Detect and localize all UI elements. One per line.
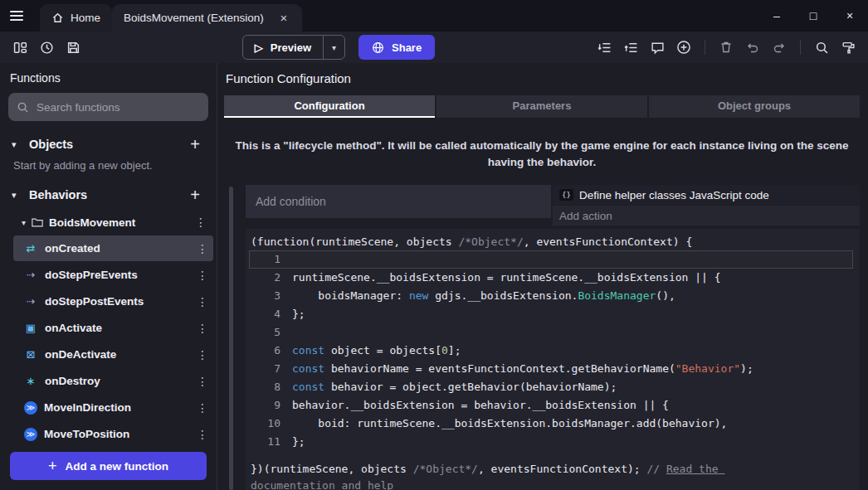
code-token: runtimeScene.__boidsExtension = runtimeS… xyxy=(292,271,721,284)
function-list-item[interactable]: ≫MoveInDirection⋮ xyxy=(13,395,213,420)
theme-brush-icon[interactable] xyxy=(836,36,860,59)
code-line[interactable]: 1 xyxy=(249,250,853,269)
code-line[interactable]: 10 boid: runtimeScene.__boidsExtension.b… xyxy=(249,415,853,433)
code-line[interactable]: 6const object = objects[0]; xyxy=(249,342,853,360)
item-menu-icon[interactable]: ⋮ xyxy=(195,242,210,255)
events-sheet: Add condition {} Define helper classes J… xyxy=(224,185,860,490)
objects-section-label: Objects xyxy=(29,138,178,151)
js-code-event-title: Define helper classes JavaScript code xyxy=(579,189,769,201)
behaviors-section-header[interactable]: ▾ Behaviors + xyxy=(0,180,217,210)
javascript-code-icon: {} xyxy=(559,189,573,201)
tab-object-groups[interactable]: Object groups xyxy=(649,95,860,118)
js-code-event-header[interactable]: {} Define helper classes JavaScript code xyxy=(553,185,860,205)
search-functions-box[interactable] xyxy=(8,93,208,121)
sidebar-title: Functions xyxy=(0,63,217,90)
add-event-icon[interactable] xyxy=(672,36,695,59)
code-line[interactable]: 2runtimeScene.__boidsExtension = runtime… xyxy=(249,269,853,287)
tab-parameters[interactable]: Parameters xyxy=(436,95,647,118)
add-function-button[interactable]: + Add a new function xyxy=(10,452,207,480)
tab-configuration[interactable]: Configuration xyxy=(224,95,435,118)
project-manager-icon[interactable] xyxy=(8,36,32,59)
tab-home[interactable]: Home xyxy=(40,4,112,32)
line-number: 3 xyxy=(249,287,292,305)
code-line[interactable]: 3 boidsManager: new gdjs.__boidsExtensio… xyxy=(249,287,853,305)
history-icon[interactable] xyxy=(35,36,58,59)
preview-dropdown-button[interactable]: ▾ xyxy=(323,36,344,59)
function-name: onDestroy xyxy=(45,375,188,387)
function-name: onCreated xyxy=(45,242,188,255)
code-token: (function(runtimeScene, objects xyxy=(251,235,458,248)
code-token: const xyxy=(292,344,324,357)
item-menu-icon[interactable]: ⋮ xyxy=(193,216,208,229)
share-button[interactable]: Share xyxy=(358,35,435,60)
code-footer-line: })(runtimeScene, objects /*Object*/, eve… xyxy=(249,461,729,490)
line-number: 5 xyxy=(249,323,292,342)
function-name: onActivate xyxy=(45,322,188,334)
function-list-item[interactable]: ∗onDestroy⋮ xyxy=(13,368,213,394)
search-functions-input[interactable] xyxy=(37,101,200,114)
item-menu-icon[interactable]: ⋮ xyxy=(195,401,210,415)
function-list-item[interactable]: ▣onActivate⋮ xyxy=(13,315,213,341)
trash-icon[interactable] xyxy=(714,36,738,59)
maximize-button[interactable]: □ xyxy=(795,0,831,32)
add-behavior-button[interactable]: + xyxy=(185,186,205,204)
search-icon[interactable] xyxy=(810,36,833,59)
add-object-button[interactable]: + xyxy=(185,135,205,153)
code-line[interactable]: 9behavior.__boidsExtension = behavior.__… xyxy=(249,396,853,415)
code-line[interactable]: 11}; xyxy=(249,433,853,451)
item-menu-icon[interactable]: ⋮ xyxy=(195,295,210,308)
ondeactivate-icon: ⊠ xyxy=(23,348,38,361)
code-token: object = objects[ xyxy=(324,344,441,357)
item-menu-icon[interactable]: ⋮ xyxy=(195,348,210,361)
function-configuration-panel: Function Configuration Configuration Par… xyxy=(217,63,868,490)
preview-button[interactable]: ▷ Preview ▾ xyxy=(242,35,345,60)
unfold-events-icon[interactable] xyxy=(619,36,642,59)
item-menu-icon[interactable]: ⋮ xyxy=(195,375,210,388)
add-condition-button[interactable]: Add condition xyxy=(246,185,551,218)
function-list-item[interactable]: ⇄onCreated⋮ xyxy=(13,235,213,261)
code-text: const behavior = object.getBehavior(beha… xyxy=(292,378,617,396)
objects-section-header[interactable]: ▾ Objects + xyxy=(0,129,217,159)
redo-icon[interactable] xyxy=(768,36,791,59)
code-token: behaviorName = eventsFunctionContext.get… xyxy=(324,362,675,375)
close-tab-icon[interactable]: × xyxy=(277,11,290,25)
code-editor[interactable]: (function(runtimeScene, objects /*Object… xyxy=(246,229,860,490)
comment-icon[interactable] xyxy=(646,36,669,59)
code-line[interactable]: 4}; xyxy=(249,305,853,323)
tab-extension-label: BoidsMovement (Extension) xyxy=(124,12,264,24)
line-number: 4 xyxy=(249,305,292,323)
code-line[interactable]: 5 xyxy=(249,323,853,342)
code-text: }; xyxy=(292,433,305,451)
code-token: , eventsFunctionContext); xyxy=(478,463,647,475)
configuration-tabbar: Configuration Parameters Object groups xyxy=(224,95,860,118)
behavior-folder-boidsmovement[interactable]: ▾ BoidsMovement ⋮ xyxy=(0,210,217,235)
function-list-item[interactable]: ⊠onDeActivate⋮ xyxy=(13,342,213,367)
code-text: boid: runtimeScene.__boidsExtension.boid… xyxy=(292,415,727,433)
line-number: 11 xyxy=(249,433,292,451)
tab-boidsmovement-extension[interactable]: BoidsMovement (Extension) × xyxy=(112,4,302,32)
functions-sidebar: Functions ▾ Objects + Start by adding a … xyxy=(0,63,217,490)
undo-icon[interactable] xyxy=(741,36,764,59)
function-list-item[interactable]: ≫MoveToPosition⋮ xyxy=(13,421,213,444)
item-menu-icon[interactable]: ⋮ xyxy=(195,428,210,441)
code-token: new xyxy=(409,289,428,302)
dostep-post-events-icon: ⇢ xyxy=(23,295,38,308)
fold-events-icon[interactable] xyxy=(592,36,616,59)
toolbar-right-group xyxy=(592,36,860,59)
code-line[interactable]: 8const behavior = object.getBehavior(beh… xyxy=(249,378,853,396)
item-menu-icon[interactable]: ⋮ xyxy=(195,322,210,335)
code-lines: 12runtimeScene.__boidsExtension = runtim… xyxy=(249,250,853,451)
function-list-item[interactable]: ⇢doStepPreEvents⋮ xyxy=(13,262,213,288)
add-action-button[interactable]: Add action xyxy=(553,206,860,226)
events-drag-handle[interactable] xyxy=(229,187,233,490)
close-button[interactable]: × xyxy=(831,0,868,32)
minimize-button[interactable]: – xyxy=(758,0,795,32)
save-icon[interactable] xyxy=(61,36,85,59)
menu-icon[interactable] xyxy=(0,0,33,32)
function-list-item[interactable]: ⇢doStepPostEvents⋮ xyxy=(13,289,213,314)
item-menu-icon[interactable]: ⋮ xyxy=(195,269,210,282)
preview-button-main[interactable]: ▷ Preview xyxy=(243,36,323,59)
code-token: /*Object*/ xyxy=(413,463,478,475)
code-line[interactable]: 7const behaviorName = eventsFunctionCont… xyxy=(249,360,853,378)
code-header-line: (function(runtimeScene, objects /*Object… xyxy=(249,233,853,250)
